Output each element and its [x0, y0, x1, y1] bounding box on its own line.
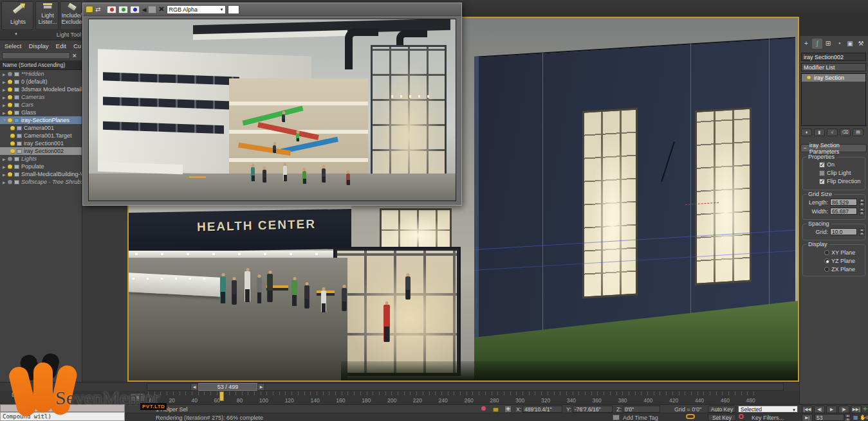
list-item[interactable]: Camera001.Target	[0, 132, 82, 139]
green-channel-button[interactable]	[118, 6, 128, 13]
bulb-icon[interactable]	[10, 126, 15, 130]
show-end-result-button[interactable]: ▮	[814, 129, 825, 136]
expand-arrow-icon[interactable]: ▶	[3, 95, 8, 100]
time-slider-thumb[interactable]: 53 / 499	[198, 383, 257, 391]
bulb-icon[interactable]	[10, 141, 15, 146]
modifier-stack-entry[interactable]: iray Section	[802, 74, 865, 82]
transform-gizmo-icon[interactable]: ✛	[863, 406, 867, 412]
expand-arrow-icon[interactable]: ▶	[3, 87, 8, 92]
bulb-icon[interactable]	[8, 87, 12, 92]
on-checkbox[interactable]	[819, 162, 825, 168]
background-color-swatch[interactable]	[228, 5, 239, 14]
width-spinner[interactable]: ▲▼	[859, 208, 865, 215]
mini-listener-white[interactable]: Compound witl)	[0, 412, 125, 421]
explorer-sort-header[interactable]: Name (Sorted Ascending)	[0, 60, 82, 70]
modifier-list-dropdown[interactable]: Modifier List	[801, 63, 866, 71]
list-item[interactable]: ▶0 (default)	[0, 78, 82, 85]
remove-modifier-button[interactable]: ⌫	[840, 129, 851, 136]
expand-arrow-icon[interactable]: ▶	[3, 180, 8, 184]
list-item[interactable]: ▶Cameras	[0, 93, 82, 101]
alpha-channel-button[interactable]	[148, 6, 156, 13]
selection-lock-icon[interactable]	[493, 408, 499, 412]
current-frame-marker[interactable]	[219, 391, 224, 401]
light-lister-button[interactable]: Light Lister...	[35, 1, 59, 30]
set-key-mode-icon[interactable]	[686, 414, 695, 419]
clear-image-icon[interactable]: ✕	[158, 5, 164, 13]
mono-channel-icon[interactable]: ◀	[142, 6, 146, 13]
rollout-header[interactable]: − iray Section Parameters	[800, 144, 867, 152]
list-item[interactable]: iray Section001	[0, 139, 82, 147]
workspace-label[interactable]: Design Standard	[12, 391, 55, 398]
bulb-icon[interactable]	[8, 103, 12, 107]
pin-stack-button[interactable]: ♦	[801, 129, 812, 136]
time-slider-next-icon[interactable]: ▶	[257, 383, 265, 391]
list-item[interactable]: Camera001	[0, 124, 82, 132]
modifier-bulb-icon[interactable]	[807, 76, 811, 80]
list-item[interactable]: ▶Small-MedicalBuilding-Visu	[0, 170, 82, 178]
current-frame-field[interactable]: 53	[815, 414, 844, 421]
set-key-button[interactable]: Set Key	[708, 414, 736, 421]
explorer-menu-edit[interactable]: Edit	[56, 42, 66, 49]
list-item[interactable]: ▶Lights	[0, 155, 82, 163]
lights-button[interactable]: Lights	[1, 1, 33, 30]
absolute-mode-icon[interactable]: ✛	[504, 406, 512, 413]
frame-spinner[interactable]: ▲▼	[845, 414, 851, 421]
zoom-icon[interactable]: ⊕	[865, 415, 868, 420]
key-icon[interactable]	[739, 414, 744, 419]
grid-spinner[interactable]: ▲▼	[859, 228, 865, 235]
selection-pin-icon[interactable]	[481, 406, 486, 411]
tab-modify[interactable]: ∫	[812, 39, 822, 49]
list-item[interactable]: ▶Populate	[0, 163, 82, 170]
bulb-icon[interactable]	[8, 157, 12, 161]
expand-arrow-icon[interactable]: ▶	[3, 103, 8, 107]
flip-direction-checkbox[interactable]	[819, 179, 825, 184]
expand-arrow-icon[interactable]: ▶	[3, 165, 8, 169]
clear-search-icon[interactable]: ✕	[72, 53, 77, 59]
bulb-icon[interactable]	[8, 111, 12, 115]
explorer-search-input[interactable]	[2, 52, 70, 59]
clone-window-icon[interactable]: ⇄	[95, 6, 100, 13]
bulb-icon[interactable]	[8, 165, 12, 169]
key-filters-button[interactable]: Key Filters...	[752, 415, 784, 421]
make-unique-button[interactable]: √	[827, 129, 838, 136]
key-mode-toggle-button[interactable]: ▶|	[802, 414, 813, 421]
list-item[interactable]: ▶**Hidden	[0, 70, 82, 78]
expand-arrow-icon[interactable]: ▶	[3, 72, 8, 76]
add-time-tag[interactable]: Add Time Tag	[623, 415, 658, 421]
mini-listener-pink[interactable]	[0, 404, 125, 412]
tab-create[interactable]: +	[801, 39, 811, 49]
expand-arrow-icon[interactable]: ▶	[3, 111, 8, 115]
time-configuration-icon[interactable]: ▦	[853, 415, 858, 420]
time-slider-prev-icon[interactable]: ◀	[190, 383, 198, 391]
grid-spacing-field[interactable]: 10.0	[830, 228, 857, 235]
object-name-field[interactable]: iray Section002	[801, 53, 866, 61]
auto-key-button[interactable]: Auto Key	[708, 406, 736, 413]
list-item-selected[interactable]: iray Section002	[0, 147, 82, 155]
track-bar[interactable]: ≈ 02040608010012014016018020022024026028…	[0, 391, 868, 404]
expand-arrow-icon[interactable]: ▶	[3, 157, 8, 161]
clip-light-checkbox[interactable]	[819, 170, 825, 176]
explorer-menu-customize[interactable]: Cu	[73, 42, 81, 49]
bulb-icon[interactable]	[8, 118, 12, 123]
list-item-selected[interactable]: ▼iray-SectionPlanes	[0, 116, 82, 124]
bulb-icon[interactable]	[8, 172, 12, 177]
ribbon-expand-icon[interactable]: ▼	[14, 32, 18, 36]
tab-motion[interactable]: ◔	[834, 39, 844, 49]
selection-set-dropdown[interactable]: Selected ▼	[738, 406, 798, 413]
tab-utilities[interactable]: ⚒	[856, 39, 866, 49]
length-field[interactable]: 86.529	[830, 199, 857, 206]
explorer-menu-display[interactable]: Display	[28, 42, 48, 49]
bulb-icon[interactable]	[10, 149, 15, 154]
list-item[interactable]: ▶Cars	[0, 101, 82, 109]
modifier-stack[interactable]: iray Section	[801, 73, 866, 126]
include-exclude-button[interactable]: Include/ Exclude	[60, 1, 82, 30]
bulb-icon[interactable]	[8, 95, 12, 100]
length-spinner[interactable]: ▲▼	[859, 199, 865, 206]
expand-arrow-icon[interactable]: ▶	[3, 172, 8, 177]
list-item[interactable]: ▶Glass	[0, 109, 82, 116]
save-image-icon[interactable]	[86, 6, 93, 13]
time-tag-icon[interactable]	[613, 415, 620, 420]
z-coordinate-field[interactable]: 0'0"	[623, 406, 660, 413]
configure-modifier-sets-button[interactable]: ▤	[853, 129, 863, 136]
bulb-icon[interactable]	[10, 134, 15, 138]
